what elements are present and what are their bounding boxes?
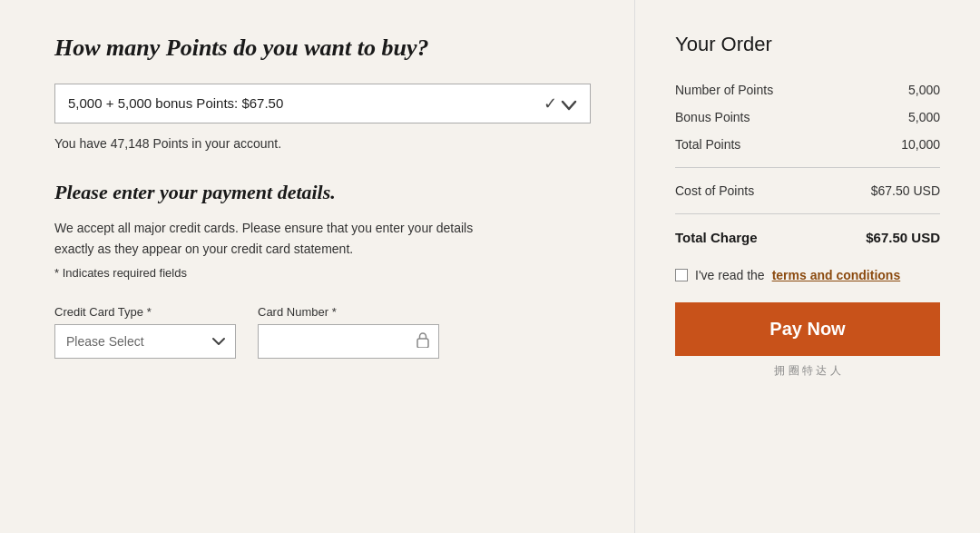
watermark: 拥 圈 特 达 人 <box>675 363 940 379</box>
total-charge-value: $67.50 USD <box>866 230 940 245</box>
order-row-total-points: Total Points 10,000 <box>675 131 940 158</box>
total-charge-label: Total Charge <box>675 230 758 245</box>
svg-rect-0 <box>417 339 428 348</box>
form-row: Credit Card Type * Please Select Card Nu… <box>54 305 591 359</box>
card-number-field: Card Number * <box>258 305 439 359</box>
right-panel: Your Order Number of Points 5,000 Bonus … <box>635 0 980 533</box>
credit-card-label: Credit Card Type * <box>54 305 236 319</box>
terms-prefix: I've read the <box>695 268 765 282</box>
number-of-points-label: Number of Points <box>675 83 773 97</box>
bonus-points-label: Bonus Points <box>675 110 750 124</box>
pay-now-button[interactable]: Pay Now <box>675 302 940 356</box>
order-title: Your Order <box>675 33 940 56</box>
total-points-value: 10,000 <box>901 137 940 152</box>
credit-card-select[interactable]: Please Select <box>54 324 236 359</box>
payment-heading: Please enter your payment details. <box>54 180 591 206</box>
chevron-down-icon: ✓ <box>544 94 578 114</box>
bonus-points-value: 5,000 <box>908 110 940 124</box>
terms-checkbox[interactable] <box>675 269 688 281</box>
order-row-points: Number of Points 5,000 <box>675 76 940 104</box>
card-number-label: Card Number * <box>258 305 439 319</box>
total-points-label: Total Points <box>675 137 740 152</box>
credit-card-field: Credit Card Type * Please Select <box>54 305 236 359</box>
page-wrapper: How many Points do you want to buy? 5,00… <box>0 0 980 533</box>
terms-row: I've read the terms and conditions <box>675 268 940 282</box>
points-dropdown-value: 5,000 + 5,000 bonus Points: $67.50 <box>68 95 283 111</box>
divider-2 <box>675 213 940 214</box>
order-row-total-charge: Total Charge $67.50 USD <box>675 223 940 252</box>
card-number-input[interactable] <box>259 325 438 358</box>
points-dropdown[interactable]: 5,000 + 5,000 bonus Points: $67.50 ✓ <box>54 84 591 123</box>
cost-label: Cost of Points <box>675 183 754 198</box>
order-row-cost: Cost of Points $67.50 USD <box>675 177 940 204</box>
cost-value: $67.50 USD <box>871 183 940 198</box>
select-chevron-down-icon <box>211 333 226 350</box>
divider-1 <box>675 167 940 168</box>
account-points-text: You have 47,148 Points in your account. <box>54 136 591 151</box>
order-row-bonus: Bonus Points 5,000 <box>675 104 940 131</box>
lock-icon <box>416 331 429 351</box>
required-note: * Indicates required fields <box>54 266 591 280</box>
payment-description: We accept all major credit cards. Please… <box>54 218 490 259</box>
main-heading: How many Points do you want to buy? <box>54 33 591 64</box>
terms-link[interactable]: terms and conditions <box>772 268 901 282</box>
number-of-points-value: 5,000 <box>908 83 940 97</box>
credit-card-placeholder: Please Select <box>55 325 235 358</box>
card-number-input-wrapper[interactable] <box>258 324 439 359</box>
left-panel: How many Points do you want to buy? 5,00… <box>0 0 635 533</box>
